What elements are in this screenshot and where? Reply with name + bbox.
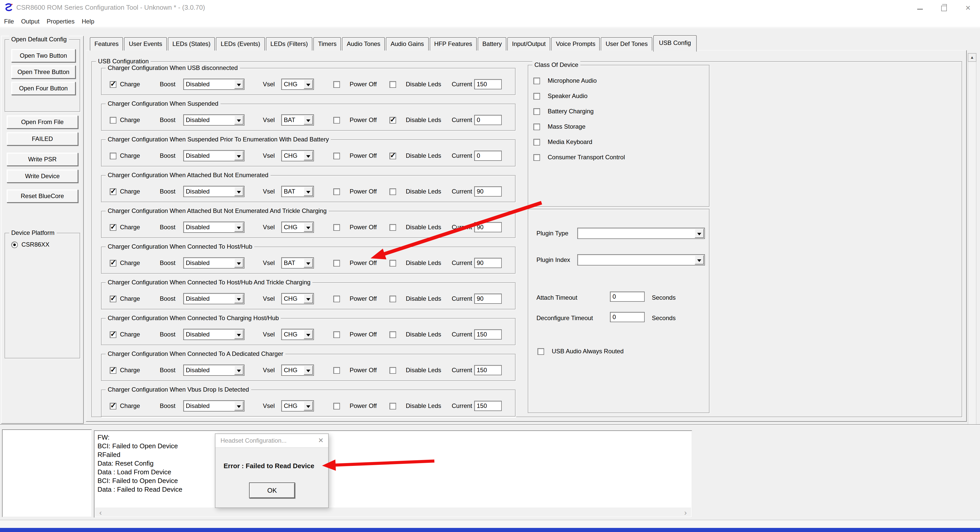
boost-dropdown[interactable]: Disabled [183, 257, 245, 269]
boost-dropdown[interactable]: Disabled [183, 150, 245, 161]
button-write-device[interactable]: Write Device [6, 169, 78, 183]
tab-battery[interactable]: Battery [478, 37, 506, 51]
dropdown-arrow-icon[interactable] [304, 115, 313, 124]
tab-features[interactable]: Features [90, 37, 123, 51]
vsel-dropdown[interactable]: CHG [281, 79, 314, 90]
dropdown-arrow-icon[interactable] [234, 366, 243, 375]
charge-checkbox[interactable] [110, 331, 116, 338]
boost-dropdown[interactable]: Disabled [183, 400, 245, 411]
dropdown-arrow-icon[interactable] [304, 151, 313, 160]
current-input[interactable] [474, 79, 502, 89]
power-off-checkbox[interactable] [333, 188, 340, 195]
power-off-checkbox[interactable] [333, 260, 340, 266]
tab-audio-gains[interactable]: Audio Gains [386, 37, 428, 51]
tab-usb-config[interactable]: USB Config [653, 35, 697, 52]
restore-button[interactable] [932, 0, 956, 15]
disable-leds-checkbox[interactable] [390, 260, 396, 266]
vsel-dropdown[interactable]: BAT [281, 115, 314, 126]
cod-checkbox-microphone-audio[interactable] [533, 78, 540, 84]
button-open-three-button[interactable]: Open Three Button [11, 65, 76, 79]
minimize-button[interactable] [908, 0, 932, 15]
current-input[interactable] [474, 258, 502, 268]
boost-dropdown[interactable]: Disabled [183, 115, 245, 126]
tab-timers[interactable]: Timers [313, 37, 341, 51]
tab-user-def-tones[interactable]: User Def Tones [601, 37, 652, 51]
dropdown-arrow-icon[interactable] [304, 294, 313, 303]
cod-checkbox-consumer-transport-control[interactable] [533, 154, 540, 161]
scroll-right-icon[interactable]: › [681, 508, 690, 517]
power-off-checkbox[interactable] [333, 403, 340, 409]
vsel-dropdown[interactable]: BAT [281, 186, 314, 197]
dropdown-arrow-icon[interactable] [234, 187, 243, 196]
dropdown-arrow-icon[interactable] [234, 258, 243, 268]
current-input[interactable] [474, 401, 502, 411]
dropdown-arrow-icon[interactable] [234, 294, 243, 303]
power-off-checkbox[interactable] [333, 224, 340, 231]
dialog-close-icon[interactable]: ✕ [318, 436, 324, 444]
current-input[interactable] [474, 186, 502, 197]
boost-dropdown[interactable]: Disabled [183, 221, 245, 233]
menu-properties[interactable]: Properties [47, 18, 75, 25]
disable-leds-checkbox[interactable] [390, 403, 396, 409]
dropdown-arrow-icon[interactable] [304, 258, 313, 268]
charge-checkbox[interactable] [110, 403, 116, 409]
cod-checkbox-mass-storage[interactable] [533, 124, 540, 130]
button-open-four-button[interactable]: Open Four Button [11, 82, 76, 95]
radio-csr86xx[interactable] [11, 242, 18, 248]
charge-checkbox[interactable] [110, 260, 116, 266]
boost-dropdown[interactable]: Disabled [183, 365, 245, 376]
vsel-dropdown[interactable]: CHG [281, 329, 314, 340]
button-reset-bluecore[interactable]: Reset BlueCore [6, 190, 78, 203]
tab-leds-events-[interactable]: LEDs (Events) [216, 37, 265, 51]
button-write-psr[interactable]: Write PSR [6, 153, 78, 166]
dropdown-arrow-icon[interactable] [234, 401, 243, 411]
disable-leds-checkbox[interactable] [390, 296, 396, 302]
current-input[interactable] [474, 222, 502, 232]
charge-checkbox[interactable] [110, 153, 116, 159]
scroll-up-icon[interactable]: ▲ [968, 53, 977, 62]
tab-voice-prompts[interactable]: Voice Prompts [551, 37, 600, 51]
cod-checkbox-media-keyboard[interactable] [533, 139, 540, 145]
dropdown-arrow-icon[interactable] [234, 151, 243, 160]
dropdown-arrow-icon[interactable] [234, 80, 243, 89]
button-open-from-file[interactable]: Open From File [6, 115, 78, 129]
tab-hfp-features[interactable]: HFP Features [430, 37, 477, 51]
charge-checkbox[interactable] [110, 117, 116, 124]
charge-checkbox[interactable] [110, 188, 116, 195]
boost-dropdown[interactable]: Disabled [183, 329, 245, 340]
tab-input-output[interactable]: Input/Output [508, 37, 550, 51]
current-input[interactable] [474, 115, 502, 125]
plugin-type-dropdown[interactable] [577, 228, 705, 239]
current-input[interactable] [474, 365, 502, 375]
dropdown-arrow-icon[interactable] [234, 115, 243, 124]
charge-checkbox[interactable] [110, 81, 116, 88]
usb-audio-always-routed-checkbox[interactable] [538, 348, 544, 355]
button-open-two-button[interactable]: Open Two Button [11, 49, 76, 62]
power-off-checkbox[interactable] [333, 81, 340, 88]
menu-output[interactable]: Output [21, 18, 40, 25]
vsel-dropdown[interactable]: CHG [281, 365, 314, 376]
power-off-checkbox[interactable] [333, 331, 340, 338]
dropdown-arrow-icon[interactable] [304, 80, 313, 89]
power-off-checkbox[interactable] [333, 117, 340, 124]
disable-leds-checkbox[interactable] [390, 367, 396, 374]
close-button[interactable]: ✕ [956, 0, 980, 15]
vsel-dropdown[interactable]: CHG [281, 150, 314, 161]
log-horizontal-scrollbar[interactable]: ‹ › [95, 508, 691, 517]
cod-checkbox-battery-charging[interactable] [533, 108, 540, 115]
dropdown-arrow-icon[interactable] [234, 223, 243, 232]
boost-dropdown[interactable]: Disabled [183, 79, 245, 90]
tab-user-events[interactable]: User Events [124, 37, 167, 51]
disable-leds-checkbox[interactable] [390, 331, 396, 338]
vsel-dropdown[interactable]: CHG [281, 400, 314, 411]
dropdown-arrow-icon[interactable] [695, 229, 704, 238]
current-input[interactable] [474, 293, 502, 304]
disable-leds-checkbox[interactable] [390, 188, 396, 195]
deconfigure-timeout-input[interactable] [610, 312, 645, 322]
cod-checkbox-speaker-audio[interactable] [533, 93, 540, 100]
button-failed[interactable]: FAILED [6, 132, 78, 145]
disable-leds-checkbox[interactable] [390, 224, 396, 231]
scroll-left-icon[interactable]: ‹ [96, 508, 105, 517]
tab-leds-states-[interactable]: LEDs (States) [168, 37, 215, 51]
dialog-ok-button[interactable]: OK [249, 483, 295, 498]
